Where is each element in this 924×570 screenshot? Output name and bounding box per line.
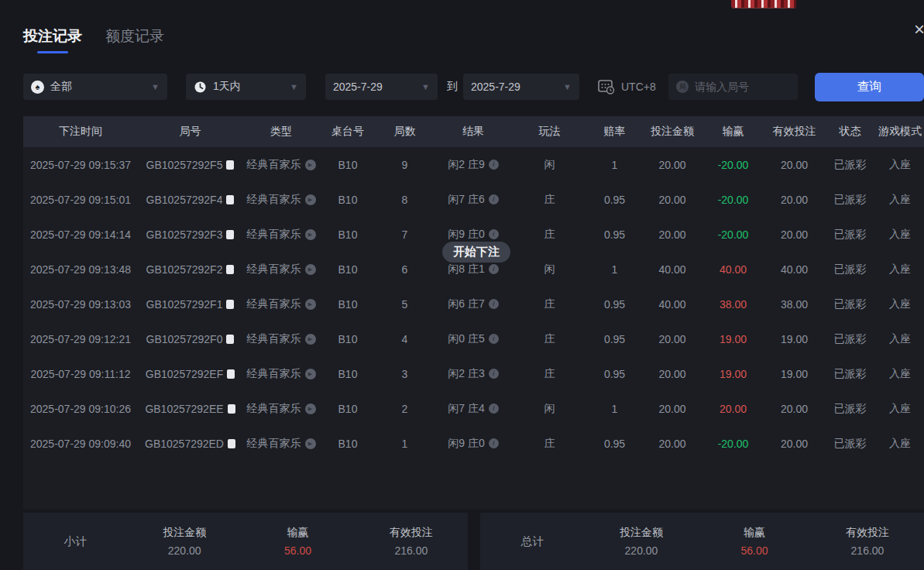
cell-type: 经典百家乐 ▶ bbox=[242, 158, 320, 172]
total-panel: 总计 投注金额 220.00 输赢 56.00 有效投注 216.00 bbox=[480, 513, 924, 570]
round-id-text: GB10257292F5 bbox=[146, 159, 223, 171]
cell-result: 闲9 庄0 i bbox=[434, 228, 513, 242]
info-icon[interactable]: i bbox=[489, 334, 499, 344]
info-icon[interactable]: i bbox=[489, 403, 499, 414]
round-id-text: GB10257292EF bbox=[146, 368, 223, 380]
result-text: 闲6 庄7 bbox=[448, 297, 484, 311]
subtotal-valid-bet-value: 216.00 bbox=[355, 544, 468, 557]
game-type-text: 经典百家乐 bbox=[247, 332, 301, 346]
replay-video-icon[interactable]: ▶ bbox=[305, 229, 316, 240]
info-icon[interactable]: i bbox=[489, 160, 499, 170]
date-to-picker[interactable]: 2025-7-29 ▼ bbox=[463, 74, 579, 100]
col-header-table-no: 桌台号 bbox=[320, 125, 376, 139]
replay-video-icon[interactable]: ▶ bbox=[305, 369, 316, 379]
cell-status: 已派彩 bbox=[824, 297, 876, 311]
total-label: 总计 bbox=[480, 534, 585, 549]
cell-bet-amount: 40.00 bbox=[643, 263, 702, 276]
replay-video-icon[interactable]: ▶ bbox=[305, 403, 316, 414]
copy-icon[interactable] bbox=[226, 160, 234, 170]
bet-records-table: 下注时间 局号 类型 桌台号 局数 结果 玩法 赔率 投注金额 输赢 有效投注 … bbox=[23, 116, 924, 510]
replay-video-icon[interactable]: ▶ bbox=[305, 299, 316, 310]
copy-icon[interactable] bbox=[227, 369, 235, 379]
chevron-down-icon: ▼ bbox=[563, 82, 572, 91]
filter-bar: ♠ 全部 ▼ 1天内 ▼ 2025-7-29 ▼ 到 2025-7-29 ▼ U… bbox=[0, 74, 924, 100]
cell-bet-time: 2025-07-29 09:12:21 bbox=[23, 333, 138, 345]
copy-icon[interactable] bbox=[226, 230, 234, 239]
copy-icon[interactable] bbox=[228, 439, 235, 448]
cell-play: 庄 bbox=[513, 332, 586, 346]
table-row: 2025-07-29 09:13:03 GB10257292F1 经典百家乐 ▶… bbox=[23, 287, 924, 321]
cell-odds: 0.95 bbox=[586, 298, 643, 311]
cell-odds: 0.95 bbox=[586, 333, 643, 345]
cell-round-no: 3 bbox=[376, 368, 434, 380]
cell-result: 闲7 庄4 i bbox=[434, 402, 513, 416]
replay-video-icon[interactable]: ▶ bbox=[305, 264, 316, 275]
round-id-text: GB10257292EE bbox=[145, 403, 223, 415]
cell-round-id: GB10257292F0 bbox=[138, 333, 242, 345]
cell-valid-bet: 20.00 bbox=[764, 159, 824, 171]
copy-icon[interactable] bbox=[226, 265, 234, 274]
tab-bet-records[interactable]: 投注记录 bbox=[23, 26, 82, 53]
cell-win-loss: -20.00 bbox=[702, 438, 764, 450]
date-from-picker[interactable]: 2025-7-29 ▼ bbox=[325, 74, 438, 100]
info-icon[interactable]: i bbox=[489, 299, 499, 309]
info-icon[interactable]: i bbox=[489, 229, 499, 239]
table-header-row: 下注时间 局号 类型 桌台号 局数 结果 玩法 赔率 投注金额 输赢 有效投注 … bbox=[23, 116, 924, 147]
cell-round-no: 9 bbox=[376, 159, 434, 171]
info-icon[interactable]: i bbox=[489, 194, 499, 204]
cell-game-mode: 入座 bbox=[876, 402, 924, 416]
info-icon[interactable]: i bbox=[489, 369, 499, 379]
result-text: 闲9 庄0 bbox=[448, 437, 484, 451]
copy-icon[interactable] bbox=[228, 404, 235, 414]
cell-table-no: B10 bbox=[320, 438, 376, 450]
subtotal-label: 小计 bbox=[23, 534, 128, 549]
replay-video-icon[interactable]: ▶ bbox=[305, 160, 316, 170]
cell-odds: 0.95 bbox=[586, 228, 643, 241]
tab-quota-records[interactable]: 额度记录 bbox=[105, 26, 164, 53]
replay-video-icon[interactable]: ▶ bbox=[305, 438, 316, 449]
replay-video-icon[interactable]: ▶ bbox=[305, 194, 316, 205]
col-header-game-mode: 游戏模式 bbox=[876, 125, 924, 139]
col-header-odds: 赔率 bbox=[586, 125, 643, 139]
copy-icon[interactable] bbox=[226, 195, 234, 204]
info-icon[interactable]: i bbox=[489, 264, 499, 274]
cell-game-mode: 入座 bbox=[876, 332, 924, 346]
cell-bet-amount: 20.00 bbox=[643, 333, 702, 345]
table-body: 2025-07-29 09:15:37 GB10257292F5 经典百家乐 ▶… bbox=[23, 147, 924, 461]
query-button[interactable]: 查询 bbox=[815, 73, 924, 101]
cell-round-no: 2 bbox=[376, 403, 434, 415]
cell-game-mode: 入座 bbox=[876, 437, 924, 451]
round-search-input[interactable] bbox=[695, 81, 790, 93]
cell-bet-amount: 20.00 bbox=[643, 194, 702, 206]
cell-status: 已派彩 bbox=[824, 437, 876, 451]
cell-game-mode: 入座 bbox=[876, 228, 924, 242]
total-bet-amount-value: 220.00 bbox=[585, 544, 698, 557]
start-betting-toast: 开始下注 bbox=[442, 242, 510, 263]
subtotal-bet-amount-label: 投注金额 bbox=[128, 526, 241, 540]
date-to-label: 到 bbox=[447, 80, 458, 94]
cell-bet-amount: 20.00 bbox=[643, 368, 702, 380]
cell-valid-bet: 19.00 bbox=[764, 368, 824, 380]
cell-table-no: B10 bbox=[320, 263, 376, 276]
cell-valid-bet: 20.00 bbox=[764, 403, 824, 415]
cell-round-no: 5 bbox=[376, 298, 434, 311]
game-type-text: 经典百家乐 bbox=[247, 402, 301, 416]
time-range-dropdown[interactable]: 1天内 ▼ bbox=[186, 74, 306, 100]
cell-status: 已派彩 bbox=[824, 402, 876, 416]
close-icon[interactable]: × bbox=[909, 19, 924, 40]
round-id-text: GB10257292ED bbox=[145, 438, 224, 450]
copy-icon[interactable] bbox=[226, 335, 234, 344]
round-id-text: GB10257292F4 bbox=[146, 194, 223, 206]
result-text: 闲2 庄9 bbox=[448, 158, 484, 172]
copy-icon[interactable] bbox=[226, 300, 234, 309]
replay-video-icon[interactable]: ▶ bbox=[305, 334, 316, 345]
timezone-label: UTC+8 bbox=[621, 81, 656, 93]
cell-valid-bet: 20.00 bbox=[764, 228, 824, 241]
game-type-dropdown[interactable]: ♠ 全部 ▼ bbox=[23, 74, 167, 100]
cell-bet-time: 2025-07-29 09:14:14 bbox=[23, 228, 138, 241]
cell-type: 经典百家乐 ▶ bbox=[242, 367, 320, 381]
info-icon[interactable]: i bbox=[489, 438, 499, 448]
game-type-text: 经典百家乐 bbox=[247, 263, 301, 276]
cell-type: 经典百家乐 ▶ bbox=[242, 193, 320, 207]
cell-type: 经典百家乐 ▶ bbox=[242, 402, 320, 416]
